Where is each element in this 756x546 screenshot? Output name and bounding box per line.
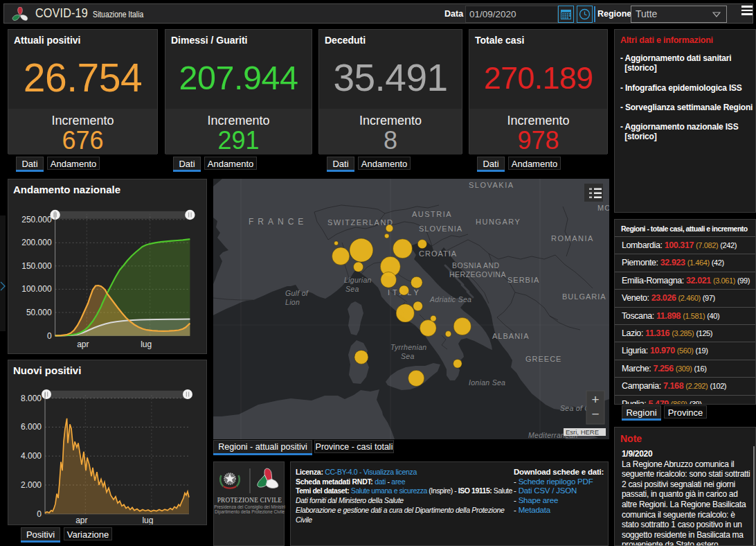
svg-text:SLOVENIA: SLOVENIA [419,224,462,233]
svg-text:Ionian Sea: Ionian Sea [469,378,505,387]
svg-text:lug: lug [142,516,153,525]
svg-text:0: 0 [47,331,52,341]
svg-text:200.000: 200.000 [21,238,52,247]
svg-text:Sea: Sea [401,352,415,360]
svg-text:BOSNIA AND: BOSNIA AND [452,261,500,270]
svg-text:lug: lug [141,340,152,349]
svg-text:150.000: 150.000 [21,261,52,271]
svg-text:HUNGARY: HUNGARY [476,218,521,226]
svg-text:ROMANIA: ROMANIA [551,234,594,243]
svg-text:MO: MO [597,204,609,212]
svg-text:−: − [591,407,599,421]
svg-text:2.000: 2.000 [21,480,42,490]
svg-text:Ligurian: Ligurian [344,276,372,284]
svg-text:Tyrrhenian: Tyrrhenian [390,343,426,351]
svg-text:CROATIA: CROATIA [419,249,457,258]
svg-text:+: + [591,392,599,407]
svg-text:8.000: 8.000 [21,394,42,403]
svg-text:Sea of C: Sea of C [560,404,590,412]
svg-text:4.000: 4.000 [21,451,42,461]
svg-text:BULGARIA: BULGARIA [562,292,606,301]
svg-text:SWITZERLAND: SWITZERLAND [327,218,393,227]
svg-text:250.000: 250.000 [21,215,52,224]
svg-text:0: 0 [37,509,42,519]
svg-text:Sea: Sea [345,285,359,293]
svg-text:SERBIA: SERBIA [507,276,539,284]
svg-text:Lion: Lion [285,298,300,306]
svg-text:Adriatic Sea: Adriatic Sea [429,295,471,303]
svg-text:Gulf of: Gulf of [285,289,309,297]
svg-text:SLOVAKIA: SLOVAKIA [469,181,514,189]
svg-text:Esri, HERE: Esri, HERE [566,428,599,436]
svg-text:apr: apr [77,340,89,349]
svg-text:HERZEGOVINA: HERZEGOVINA [449,270,506,279]
svg-text:GREECE: GREECE [525,355,561,363]
svg-text:6.000: 6.000 [21,422,42,432]
svg-text:50.000: 50.000 [26,308,52,317]
svg-text:AUSTRIA: AUSTRIA [412,210,452,218]
svg-text:ALBANIA: ALBANIA [492,332,529,340]
svg-text:FRANCE: FRANCE [249,217,307,227]
svg-text:apr: apr [75,516,87,525]
svg-text:100.000: 100.000 [21,284,52,294]
